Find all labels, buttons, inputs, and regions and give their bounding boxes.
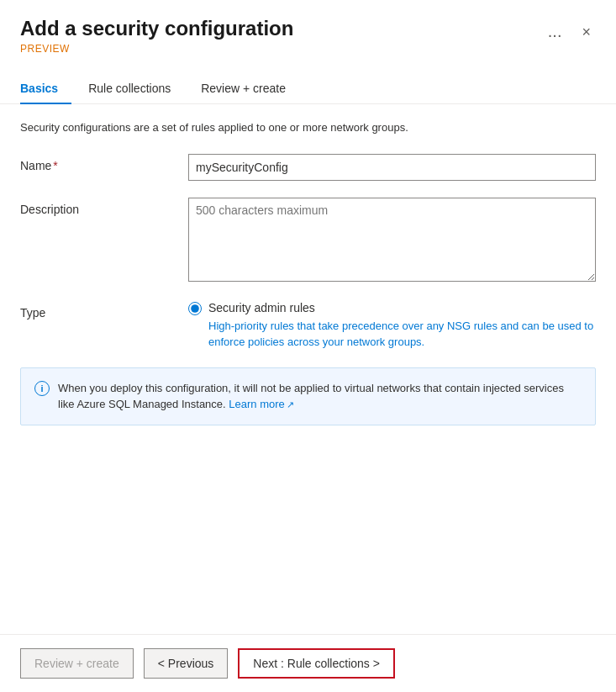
dialog-footer: Review + create < Previous Next : Rule c… [0,634,616,692]
name-control [188,154,596,181]
dialog-content: Security configurations are a set of rul… [0,104,616,634]
name-label: Name* [20,154,188,172]
tab-rule-collections[interactable]: Rule collections [85,75,184,103]
security-admin-option: Security admin rules High-priority rules… [188,301,596,351]
tab-basics[interactable]: Basics [20,75,71,103]
ellipsis-button[interactable]: ... [543,20,567,43]
tab-review-create[interactable]: Review + create [197,75,299,103]
type-label: Type [20,301,188,320]
preview-badge: PREVIEW [20,41,293,55]
header-actions: ... × [543,20,596,43]
type-row: Type Security admin rules High-priority … [20,301,596,351]
tab-bar: Basics Rule collections Review + create [0,61,616,104]
next-button[interactable]: Next : Rule collections > [238,648,395,679]
review-create-button[interactable]: Review + create [20,648,134,679]
security-admin-description: High-priority rules that take precedence… [208,318,596,351]
security-admin-radio[interactable] [188,302,202,315]
description-input[interactable] [188,198,596,282]
dialog-header: Add a security configuration PREVIEW ...… [0,0,616,55]
description-row: Description [20,198,596,284]
description-label: Description [20,198,188,216]
header-left: Add a security configuration PREVIEW [20,17,293,55]
security-admin-content: Security admin rules High-priority rules… [208,301,596,351]
info-box: i When you deploy this configuration, it… [20,367,596,425]
type-control: Security admin rules High-priority rules… [188,301,596,351]
name-input[interactable] [188,154,596,181]
info-text: When you deploy this configuration, it w… [58,380,582,413]
learn-more-link[interactable]: Learn more↗ [229,398,293,410]
close-button[interactable]: × [577,23,596,41]
description-control [188,198,596,284]
name-row: Name* [20,154,596,181]
type-radio-group: Security admin rules High-priority rules… [188,301,596,351]
previous-button[interactable]: < Previous [144,648,229,679]
info-icon: i [34,381,50,396]
form-description: Security configurations are a set of rul… [20,121,596,134]
external-link-icon: ↗ [287,399,294,409]
dialog-title: Add a security configuration [20,17,293,41]
security-admin-label[interactable]: Security admin rules [208,301,315,314]
required-indicator: * [53,159,57,172]
add-security-configuration-dialog: Add a security configuration PREVIEW ...… [0,0,616,692]
